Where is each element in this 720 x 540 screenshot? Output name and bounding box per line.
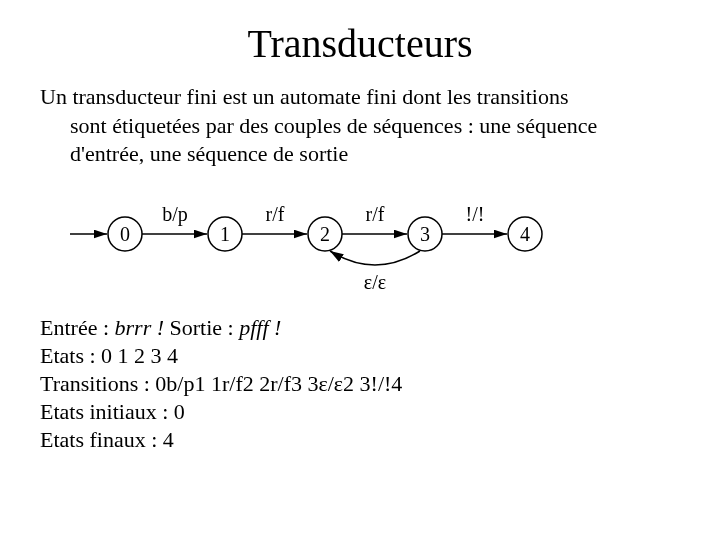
definition-line-2: sont étiquetées par des couples de séque… bbox=[70, 112, 680, 141]
edge-3-2-label: ε/ε bbox=[364, 271, 386, 293]
automaton-svg: 0 1 2 3 4 b/p r/f r/f !/! ε/ε bbox=[40, 189, 560, 299]
details-block: Entrée : brrr ! Sortie : pfff ! Etats : … bbox=[40, 315, 680, 453]
states-line: Etats : 0 1 2 3 4 bbox=[40, 343, 680, 369]
definition-line-1: Un transducteur fini est un automate fin… bbox=[40, 84, 569, 109]
edge-2-3-label: r/f bbox=[366, 203, 385, 225]
edge-0-1-label: b/p bbox=[162, 203, 188, 226]
example-io-line: Entrée : brrr ! Sortie : pfff ! bbox=[40, 315, 680, 341]
output-value: pfff ! bbox=[239, 315, 281, 340]
definition-text: Un transducteur fini est un automate fin… bbox=[40, 83, 680, 169]
final-states-line: Etats finaux : 4 bbox=[40, 427, 680, 453]
entry-label: Entrée : bbox=[40, 315, 115, 340]
edge-3-2-back bbox=[330, 251, 420, 265]
state-4-label: 4 bbox=[520, 223, 530, 245]
state-0-label: 0 bbox=[120, 223, 130, 245]
state-2-label: 2 bbox=[320, 223, 330, 245]
state-3-label: 3 bbox=[420, 223, 430, 245]
automaton-diagram: 0 1 2 3 4 b/p r/f r/f !/! ε/ε bbox=[40, 189, 680, 305]
initial-states-line: Etats initiaux : 0 bbox=[40, 399, 680, 425]
edge-3-4-label: !/! bbox=[466, 203, 485, 225]
transitions-line: Transitions : 0b/p1 1r/f2 2r/f3 3ε/ε2 3!… bbox=[40, 371, 680, 397]
edge-1-2-label: r/f bbox=[266, 203, 285, 225]
page-title: Transducteurs bbox=[40, 20, 680, 67]
entry-value: brrr ! bbox=[115, 315, 165, 340]
definition-line-3: d'entrée, une séquence de sortie bbox=[70, 140, 680, 169]
state-1-label: 1 bbox=[220, 223, 230, 245]
output-label: Sortie : bbox=[164, 315, 239, 340]
